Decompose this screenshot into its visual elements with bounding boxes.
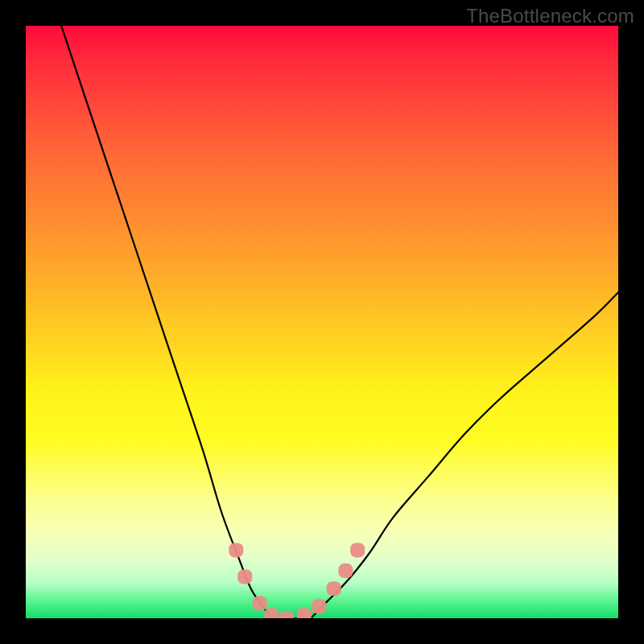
watermark-text: TheBottleneck.com <box>466 5 634 27</box>
plot-area <box>26 26 618 618</box>
curve-marker <box>279 611 294 618</box>
curve-marker <box>229 543 243 557</box>
curve-marker <box>338 564 353 578</box>
bottleneck-curve <box>61 26 618 618</box>
chart-frame: TheBottleneck.com <box>0 0 644 644</box>
curve-layer <box>26 26 618 618</box>
curve-marker <box>327 581 341 596</box>
curve-marker <box>350 543 365 557</box>
curve-marker <box>253 597 267 611</box>
curve-marker <box>297 608 312 618</box>
curve-marker <box>264 608 279 618</box>
curve-marker <box>312 599 326 613</box>
curve-marker <box>237 570 252 584</box>
curve-markers <box>229 543 365 618</box>
